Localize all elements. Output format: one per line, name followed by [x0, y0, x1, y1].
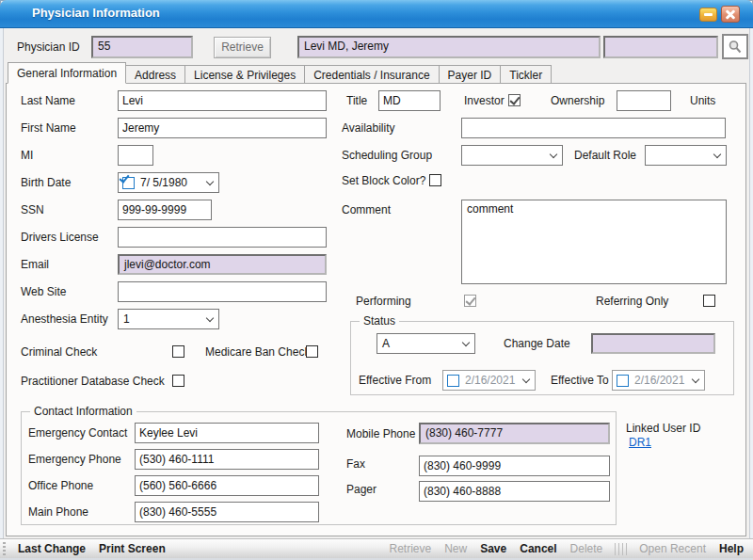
tab-license-privileges[interactable]: License & Privileges [185, 65, 305, 84]
status-group-label: Status [360, 314, 399, 328]
tab-tickler[interactable]: Tickler [501, 65, 552, 84]
set-block-color-checkbox[interactable] [429, 174, 441, 186]
tab-strip: General Information Address License & Pr… [8, 62, 552, 84]
ownership-input[interactable] [617, 90, 671, 111]
effective-from-value: 2/16/2021 [465, 374, 515, 387]
mobile-phone-label: Mobile Phone [346, 424, 415, 444]
drivers-license-label: Drivers License [21, 227, 99, 248]
retrieve-button[interactable]: Retrieve [214, 37, 271, 58]
linked-user-id-link[interactable]: DR1 [629, 436, 651, 449]
scheduling-group-label: Scheduling Group [342, 145, 432, 166]
title-bar[interactable]: Physician Information [0, 0, 753, 28]
emergency-contact-label: Emergency Contact [28, 423, 127, 443]
toolbar-grip[interactable] [3, 542, 6, 556]
last-name-input[interactable] [118, 90, 327, 111]
physician-information-window: Physician Information Physician ID 55 Re… [0, 0, 753, 560]
main-phone-input[interactable] [135, 502, 319, 522]
cancel-button[interactable]: Cancel [513, 542, 563, 555]
tab-address[interactable]: Address [126, 65, 185, 84]
physician-name-display: Levi MD, Jeremy [297, 36, 601, 58]
availability-input[interactable] [461, 118, 726, 138]
effective-to-label: Effective To [551, 370, 609, 391]
referring-only-checkbox[interactable] [703, 295, 715, 307]
chevron-down-icon[interactable] [692, 375, 699, 382]
tab-payer-id[interactable]: Payer ID [440, 65, 502, 84]
close-icon[interactable] [721, 6, 740, 23]
pager-input[interactable] [419, 481, 610, 502]
investor-checkbox[interactable] [508, 94, 521, 106]
minimize-icon[interactable] [699, 8, 717, 22]
status-dropdown[interactable]: A [376, 333, 475, 354]
effective-to-checkbox[interactable] [617, 375, 629, 387]
tab-general-information[interactable]: General Information [8, 62, 126, 84]
performing-label: Performing [356, 291, 411, 312]
chevron-down-icon [550, 150, 557, 157]
chevron-down-icon[interactable] [522, 375, 530, 382]
quick-search-field[interactable] [603, 36, 718, 58]
anesthesia-entity-value: 1 [123, 312, 130, 326]
referring-only-label: Referring Only [596, 291, 668, 312]
office-phone-label: Office Phone [28, 475, 93, 496]
main-phone-label: Main Phone [28, 502, 88, 522]
performing-checkbox[interactable] [464, 295, 476, 307]
birth-date-checkbox[interactable] [122, 177, 135, 189]
retrieve-toolbar-button: Retrieve [382, 542, 438, 555]
magnifier-icon [728, 40, 743, 55]
web-site-label: Web Site [21, 281, 66, 302]
physician-id-field[interactable]: 55 [91, 36, 193, 58]
title-input[interactable] [378, 90, 441, 111]
fax-label: Fax [346, 454, 365, 474]
chevron-down-icon[interactable] [206, 177, 214, 184]
status-value: A [382, 337, 390, 350]
comment-textarea[interactable] [461, 200, 727, 284]
physician-id-label: Physician ID [17, 37, 80, 57]
mobile-phone-field[interactable]: (830) 460-7777 [419, 423, 610, 444]
fax-input[interactable] [419, 456, 610, 476]
delete-button: Delete [564, 542, 610, 555]
print-screen-button[interactable]: Print Screen [92, 542, 172, 555]
ssn-input[interactable] [118, 200, 212, 220]
birth-date-picker[interactable]: 7/ 5/1980 [118, 172, 219, 193]
tab-credentials-insurance[interactable]: Credentials / Insurance [305, 65, 439, 84]
last-name-label: Last Name [21, 90, 75, 111]
chevron-down-icon [206, 313, 214, 321]
office-phone-input[interactable] [135, 475, 319, 496]
default-role-dropdown[interactable] [645, 145, 727, 166]
save-button[interactable]: Save [473, 542, 513, 555]
criminal-check-checkbox[interactable] [172, 345, 184, 358]
emergency-contact-input[interactable] [135, 423, 319, 443]
search-button[interactable] [722, 34, 748, 59]
web-site-input[interactable] [118, 281, 327, 302]
drivers-license-input[interactable] [118, 227, 327, 248]
pager-label: Pager [346, 479, 376, 500]
change-date-label: Change Date [504, 333, 570, 354]
default-role-label: Default Role [574, 145, 636, 166]
mi-input[interactable] [118, 145, 153, 166]
medicare-ban-check-label: Medicare Ban Check [205, 342, 310, 362]
effective-to-picker[interactable]: 2/16/2021 [612, 370, 705, 391]
chevron-down-icon [462, 338, 470, 345]
window-left-edge [0, 28, 4, 560]
change-date-field [591, 333, 715, 354]
birth-date-value: 7/ 5/1980 [140, 176, 187, 189]
set-block-color-label: Set Block Color? [342, 170, 425, 191]
email-field[interactable]: jlevi@doctor.com [118, 254, 327, 275]
medicare-ban-check-checkbox[interactable] [306, 345, 318, 358]
mi-label: MI [21, 145, 33, 166]
emergency-phone-input[interactable] [135, 449, 319, 470]
title-label: Title [346, 90, 367, 111]
ownership-label: Ownership [551, 90, 604, 111]
window-title: Physician Information [32, 6, 160, 20]
effective-from-picker[interactable]: 2/16/2021 [442, 370, 536, 391]
effective-from-checkbox[interactable] [447, 375, 459, 387]
investor-label: Investor [464, 90, 505, 111]
first-name-input[interactable] [118, 118, 327, 138]
practitioner-db-check-checkbox[interactable] [172, 375, 184, 387]
birth-date-label: Birth Date [21, 172, 71, 193]
scheduling-group-dropdown[interactable] [461, 145, 563, 166]
criminal-check-label: Criminal Check [21, 342, 97, 362]
anesthesia-entity-dropdown[interactable]: 1 [118, 309, 219, 329]
help-button[interactable]: Help [713, 542, 753, 555]
last-change-button[interactable]: Last Change [11, 542, 92, 555]
anesthesia-entity-label: Anesthesia Entity [21, 309, 108, 329]
